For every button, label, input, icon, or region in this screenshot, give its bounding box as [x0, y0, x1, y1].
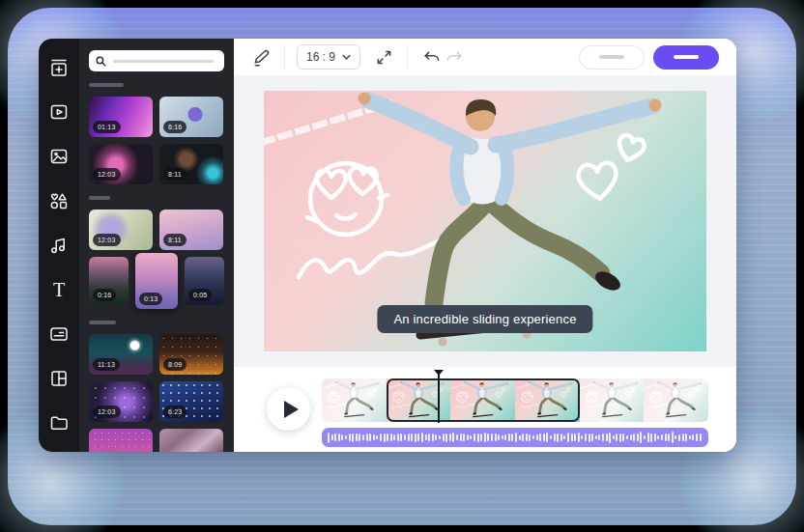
- device-frame: T: [8, 8, 796, 525]
- toolbar-divider: [284, 45, 285, 69]
- media-thumbnail[interactable]: [159, 429, 223, 452]
- duration-badge: 11:13: [93, 358, 120, 371]
- duration-badge: 12:03: [93, 234, 121, 246]
- skater-figure: [593, 381, 638, 415]
- media-thumbnail[interactable]: 6:16: [159, 97, 223, 137]
- template-layout-icon: [48, 368, 70, 389]
- shapes-icon: [48, 190, 70, 211]
- aspect-ratio-dropdown[interactable]: 16 : 9: [297, 44, 360, 70]
- playhead[interactable]: [433, 370, 445, 424]
- canvas-stage: An incredible sliding experience: [234, 75, 736, 367]
- button-label-placeholder: [674, 55, 699, 59]
- video-canvas[interactable]: An incredible sliding experience: [264, 91, 706, 351]
- skater-artwork: [644, 378, 708, 422]
- sidebar-item-add-media[interactable]: [48, 57, 70, 78]
- pencil-icon: [251, 47, 272, 68]
- smiley-doodle: [329, 392, 340, 403]
- media-panel: 01:13 6:16 12:03 8:11 12:03 8:11 0:16 0:…: [79, 39, 234, 452]
- duration-badge: 6:16: [163, 121, 187, 133]
- clip-selection-border[interactable]: [387, 378, 580, 422]
- redo-icon: [445, 47, 465, 68]
- duration-badge: 0:13: [139, 293, 162, 305]
- duration-badge: 12:03: [93, 168, 121, 181]
- timeline: [234, 367, 736, 452]
- timeline-frame[interactable]: [322, 378, 387, 422]
- skateboard: [602, 415, 621, 419]
- timeline-frame[interactable]: [644, 378, 708, 422]
- image-icon: [48, 146, 70, 167]
- skater-figure: [335, 381, 380, 415]
- media-thumbnail[interactable]: 01:13: [89, 97, 153, 137]
- media-thumbnail[interactable]: 8:09: [159, 334, 223, 375]
- sidebar-item-images[interactable]: [48, 146, 70, 167]
- media-thumbnail[interactable]: 0:16: [89, 257, 129, 305]
- search-placeholder-line: [113, 60, 214, 63]
- sidebar-item-elements[interactable]: [48, 190, 70, 211]
- smiley-doodle: [650, 392, 662, 403]
- sidebar-item-text[interactable]: T: [48, 279, 70, 300]
- skater-artwork: [580, 378, 645, 422]
- duration-badge: 01:13: [93, 121, 121, 133]
- duration-badge: 8:11: [163, 234, 187, 246]
- text-icon: T: [53, 280, 65, 299]
- aspect-ratio-value: 16 : 9: [306, 50, 335, 64]
- heart-doodles: [577, 134, 646, 202]
- media-thumbnail[interactable]: 12:03: [89, 210, 153, 250]
- media-thumbnail[interactable]: 8:11: [159, 144, 223, 184]
- chevron-down-icon: [342, 54, 351, 61]
- heart-doodles: [689, 387, 699, 397]
- sidebar-item-folders[interactable]: [48, 412, 70, 434]
- main-area: 16 : 9: [234, 39, 736, 452]
- timeline-frame[interactable]: [580, 378, 645, 422]
- play-button[interactable]: [267, 387, 310, 431]
- duration-badge: 0:05: [188, 289, 212, 301]
- smiley-doodle: [307, 163, 388, 235]
- undo-button[interactable]: [419, 45, 443, 69]
- undo-icon: [421, 47, 442, 68]
- redo-button[interactable]: [443, 45, 466, 69]
- media-thumbnail[interactable]: 6:23: [159, 381, 223, 422]
- sidebar-item-templates[interactable]: [48, 368, 70, 389]
- folder-icon: [48, 412, 70, 434]
- duration-badge: 6:23: [163, 406, 187, 418]
- skater-figure: [657, 381, 702, 415]
- skateboard: [345, 415, 364, 419]
- expand-icon: [374, 47, 394, 68]
- add-media-icon: [48, 57, 70, 78]
- toolbar-divider: [407, 45, 408, 69]
- media-group-1: 01:13 6:16 12:03 8:11: [89, 97, 224, 184]
- media-thumbnail[interactable]: 12:03: [89, 381, 153, 422]
- video-icon: [48, 101, 70, 123]
- timeline-track: [322, 367, 708, 452]
- fullscreen-button[interactable]: [372, 45, 395, 69]
- sidebar-item-music[interactable]: [48, 235, 70, 256]
- media-thumbnail-dragging[interactable]: 0:13: [135, 253, 178, 309]
- secondary-action-button[interactable]: [579, 45, 645, 70]
- duration-badge: 8:09: [163, 358, 187, 371]
- media-group-3: 11:13 8:09 12:03 6:23: [89, 334, 224, 452]
- sidebar-item-captions[interactable]: [48, 323, 70, 345]
- caption-text[interactable]: An incredible sliding experience: [377, 305, 592, 333]
- skater-figure: [359, 93, 662, 325]
- editor-toolbar: 16 : 9: [234, 39, 736, 75]
- section-label-placeholder: [89, 83, 124, 87]
- audio-waveform[interactable]: [322, 428, 708, 447]
- media-thumbnail[interactable]: 0:05: [185, 257, 224, 305]
- media-thumbnail[interactable]: 11:13: [89, 334, 153, 375]
- play-icon: [284, 401, 299, 418]
- smiley-doodle: [586, 392, 597, 403]
- edit-button[interactable]: [249, 45, 273, 69]
- captions-icon: [48, 323, 70, 345]
- media-thumbnail[interactable]: 8:11: [159, 210, 223, 250]
- duration-badge: 8:11: [163, 168, 187, 181]
- export-button[interactable]: [653, 45, 719, 70]
- button-label-placeholder: [599, 55, 624, 59]
- media-thumbnail[interactable]: [89, 429, 153, 452]
- duration-badge: 0:16: [93, 289, 116, 301]
- app-window: T: [39, 39, 736, 452]
- media-thumbnail[interactable]: 12:03: [89, 144, 153, 184]
- sidebar-item-videos[interactable]: [48, 101, 70, 123]
- search-bar[interactable]: [89, 50, 224, 71]
- section-label-placeholder: [89, 321, 116, 324]
- section-label-placeholder: [89, 196, 110, 200]
